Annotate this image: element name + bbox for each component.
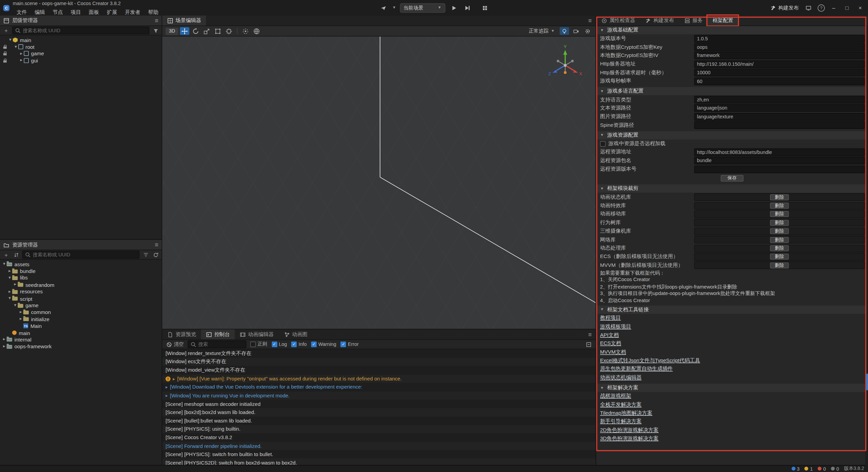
input-文本资源路径[interactable] — [694, 104, 865, 112]
warning-count-badge[interactable]: 1 — [805, 466, 813, 471]
console-search-input[interactable] — [198, 341, 243, 347]
delete-button[interactable]: 删除 — [770, 262, 789, 269]
filter-Error[interactable]: ✓Error — [341, 341, 359, 347]
preview-window-icon[interactable] — [803, 3, 813, 12]
tree-item-resources[interactable]: ▸resources — [0, 288, 162, 295]
delete-button[interactable]: 删除 — [770, 220, 789, 226]
link-ECS文档[interactable]: ECS文档 — [600, 340, 621, 347]
tree-item-seedrandom[interactable]: ▸seedrandom — [0, 281, 162, 288]
console-row[interactable]: [Scene] [bullet]:bullet wasm lib loaded. — [162, 417, 595, 425]
tree-item-game[interactable]: ▾game — [0, 302, 162, 309]
link-教程项目[interactable]: 教程项目 — [600, 315, 621, 322]
input-本地数据CryptoES加密IV[interactable] — [694, 52, 865, 60]
console-row[interactable]: [Window] render_texture文件夹不存在 — [162, 349, 595, 358]
section-header-框架文档工具链接[interactable]: ▾框架文档工具链接 — [596, 306, 868, 314]
link-新手引导解决方案[interactable]: 新手引导解决方案 — [600, 418, 642, 425]
console-row[interactable]: [Scene] meshopt wasm decoder initialized — [162, 400, 595, 408]
delete-button[interactable]: 删除 — [770, 211, 789, 217]
link-游戏模板项目[interactable]: 游戏模板项目 — [600, 323, 631, 330]
section-header-框架解决方案[interactable]: ▾框架解决方案 — [596, 384, 868, 392]
tree-item-oops-framework[interactable]: ▸oops-framework — [0, 343, 162, 350]
caret-right-icon[interactable]: ▸ — [2, 343, 7, 350]
scrollbar-thumb[interactable] — [865, 374, 868, 390]
remote-load-checkbox[interactable] — [600, 141, 606, 146]
save-button[interactable]: 保存 — [721, 175, 744, 182]
layout-grid-icon[interactable] — [480, 3, 490, 12]
maximize-button[interactable]: □ — [843, 5, 851, 11]
tree-item-initialize[interactable]: ▸initialize — [0, 316, 162, 322]
console-row[interactable]: [Scene] [box2d]:box2d wasm lib loaded. — [162, 408, 595, 417]
clear-console-button[interactable]: 清空 — [166, 341, 184, 348]
menu-item-3[interactable]: 项目 — [67, 8, 85, 16]
caret-right-icon[interactable]: ▸ — [19, 57, 24, 64]
inspector-scrollbar[interactable] — [865, 25, 868, 465]
sort-icon[interactable] — [12, 251, 20, 258]
console-row[interactable]: [Scene] Forward render pipeline initiali… — [162, 442, 595, 450]
caret-down-icon[interactable]: ▾ — [7, 275, 12, 281]
filter-Info[interactable]: ✓Info — [291, 341, 307, 347]
menu-item-2[interactable]: 节点 — [49, 8, 67, 16]
section-header-框架模块裁剪[interactable]: ▾框架模块裁剪 — [596, 184, 868, 193]
orientation-gizmo[interactable]: Y X Z — [544, 42, 587, 86]
menu-item-5[interactable]: 扩展 — [103, 8, 121, 16]
console-row[interactable]: !▸[Window] [Vue warn]: Property "onInput… — [162, 375, 595, 383]
build-publish-button[interactable]: 构建发布 — [770, 4, 799, 11]
add-node-button[interactable]: + — [2, 27, 10, 34]
console-menu-icon[interactable]: ≡ — [588, 331, 596, 338]
tree-item-main[interactable]: ▾main — [0, 37, 162, 43]
tree-item-main[interactable]: main — [0, 329, 162, 336]
gizmo-view-dropdown[interactable]: 正常追踪 ▾ — [527, 27, 557, 35]
task-count-badge[interactable]: 0 — [831, 466, 839, 471]
rotate-tool[interactable] — [191, 27, 201, 35]
pivot-toggle[interactable] — [241, 27, 251, 35]
caret-right-icon[interactable]: ▸ — [18, 316, 23, 322]
play-button[interactable] — [449, 3, 458, 12]
refresh-icon[interactable] — [152, 251, 159, 258]
tree-item-Main[interactable]: TSMain — [0, 322, 162, 329]
section-header-游戏基础配置[interactable]: ▾游戏基础配置 — [596, 26, 868, 34]
rect-tool[interactable] — [213, 27, 223, 35]
input-Spine资源路径[interactable] — [694, 121, 865, 129]
hierarchy-menu-icon[interactable]: ≡ — [155, 17, 158, 24]
delete-button[interactable]: 删除 — [770, 194, 789, 200]
lock-icon[interactable] — [3, 53, 6, 56]
hierarchy-search[interactable] — [12, 26, 150, 34]
mode-3d-button[interactable]: 3D — [165, 27, 178, 35]
caret-right-icon[interactable]: ▸ — [19, 51, 24, 57]
coordinate-toggle[interactable] — [252, 27, 261, 35]
delete-button[interactable]: 删除 — [770, 228, 789, 234]
link-动画状态机编辑器[interactable]: 动画状态机编辑器 — [600, 374, 642, 381]
caret-right-icon[interactable]: ▸ — [13, 281, 18, 288]
menu-item-1[interactable]: 编辑 — [31, 8, 49, 16]
preview-caret-icon[interactable]: ▾ — [392, 4, 397, 11]
input-游戏版本号[interactable] — [694, 35, 865, 42]
input-本地数据CryptoES加密Key[interactable] — [694, 43, 865, 51]
input-远程资源包名[interactable] — [694, 157, 865, 165]
section-header-游戏多语言配置[interactable]: ▾游戏多语言配置 — [596, 87, 868, 95]
collapse-logs-icon[interactable] — [586, 341, 592, 348]
tree-item-script[interactable]: ▾script — [0, 295, 162, 302]
scene-camera-button[interactable] — [571, 27, 581, 35]
lock-icon[interactable] — [3, 60, 6, 63]
menu-item-4[interactable]: 面板 — [85, 8, 103, 16]
link-Excel格式转Json文件与TypeScript代码工具[interactable]: Excel格式转Json文件与TypeScript代码工具 — [600, 357, 700, 364]
console-row[interactable]: [Scene] [PHYSICS]: using builtin. — [162, 425, 595, 433]
caret-right-icon[interactable]: ▸ — [18, 309, 23, 316]
expand-icon[interactable]: ▸ — [173, 376, 175, 381]
link-MVVM文档[interactable]: MVVM文档 — [600, 349, 626, 356]
tab-property-inspector[interactable]: 属性检查器 — [596, 16, 640, 25]
assets-menu-icon[interactable]: ≡ — [155, 241, 158, 248]
menu-item-6[interactable]: 开发者 — [121, 8, 144, 16]
caret-right-icon[interactable]: ▸ — [2, 336, 7, 343]
tree-item-libs[interactable]: ▾libs — [0, 274, 162, 281]
link-3D角色扮演游戏解决方案[interactable]: 3D角色扮演游戏解决方案 — [600, 435, 659, 442]
hierarchy-search-input[interactable] — [23, 28, 147, 33]
tab-framework-config[interactable]: 框架配置 — [708, 16, 738, 25]
delete-button[interactable]: 删除 — [770, 203, 789, 209]
scene-gear-icon[interactable] — [583, 27, 592, 35]
tree-item-gui[interactable]: ▸gui — [0, 57, 162, 64]
delete-button[interactable]: 删除 — [770, 237, 789, 243]
tree-item-internal[interactable]: ▸internal — [0, 336, 162, 343]
console-row[interactable]: ▸[Window] You are running Vue in develop… — [162, 391, 595, 400]
tab-animation-editor[interactable]: 动画编辑器 — [235, 329, 279, 339]
